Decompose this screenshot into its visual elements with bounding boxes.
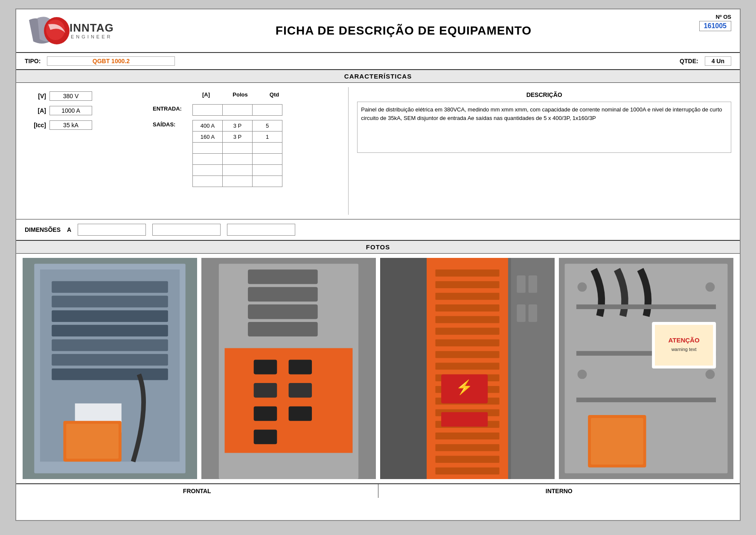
svg-rect-56 (529, 304, 537, 322)
dimensoes-row: DIMENSÕES A (16, 219, 740, 240)
saidas-a-5 (193, 165, 223, 176)
caracteristicas-header: CARACTERÍSTICAS (16, 70, 740, 83)
svg-text:⚡: ⚡ (456, 379, 473, 396)
svg-rect-40 (436, 339, 500, 346)
svg-rect-27 (289, 383, 312, 398)
saidas-a-1: 400 A (193, 120, 223, 132)
dimensoes-input-1[interactable] (78, 224, 146, 236)
dimensoes-input-3[interactable] (227, 224, 295, 236)
saidas-qtd-3 (253, 143, 282, 154)
entrada-a (193, 105, 223, 116)
svg-rect-25 (289, 360, 312, 374)
entrada-label: ENTRADA: (153, 105, 189, 112)
qtde-value: 4 Un (705, 56, 731, 66)
svg-rect-50 (436, 456, 500, 463)
svg-rect-24 (254, 360, 277, 374)
fotos-caption: FRONTAL INTERNO (16, 484, 740, 498)
entrada-saidas: [A] Polos Qtd ENTRADA: SAÍDAS: (144, 87, 340, 215)
tipo-label: TIPO: (25, 58, 41, 64)
saidas-row-1: 400 A 3 P 5 (193, 120, 282, 132)
entrada-table (192, 104, 282, 116)
svg-rect-12 (52, 354, 168, 365)
saidas-qtd-5 (253, 165, 282, 176)
svg-point-74 (706, 282, 715, 292)
svg-rect-35 (436, 281, 500, 288)
tipo-row: TIPO: QGBT 1000.2 QTDE: 4 Un (16, 53, 740, 70)
page: INNTAG ENGINEER FICHA DE DESCRIÇÃO DE EQ… (15, 9, 741, 521)
dimensoes-label: DIMENSÕES (25, 226, 61, 233)
entrada-polos (223, 105, 253, 116)
svg-rect-20 (248, 287, 318, 301)
svg-text:warning text: warning text (671, 347, 697, 352)
svg-rect-42 (436, 363, 500, 369)
header: INNTAG ENGINEER FICHA DE DESCRIÇÃO DE EQ… (16, 9, 740, 53)
svg-rect-51 (436, 468, 500, 474)
svg-rect-22 (248, 322, 318, 336)
saidas-polos-4 (223, 154, 253, 165)
spec-label-icc: [Icc] (25, 122, 46, 129)
saidas-qtd-2: 1 (253, 132, 282, 143)
col-header-polos: Polos (223, 91, 257, 98)
photo-frontal-2 (201, 258, 376, 479)
foto-3: ⚡ (380, 258, 555, 479)
saidas-label: SAÍDAS: (153, 121, 189, 128)
spec-row-v: [V] 380 V (25, 91, 144, 101)
svg-rect-37 (436, 304, 500, 311)
svg-rect-10 (52, 325, 168, 336)
svg-text:INNTAG: INNTAG (70, 21, 114, 34)
saidas-polos-3 (223, 143, 253, 154)
svg-point-72 (706, 370, 715, 379)
saidas-row-2: 160 A 3 P 1 (193, 132, 282, 143)
svg-rect-29 (289, 406, 312, 421)
entrada-qtd (253, 105, 282, 116)
col-header-a: [A] (189, 91, 223, 98)
svg-rect-21 (248, 304, 318, 319)
spec-value-a: 1000 A (49, 106, 92, 115)
photo-internal-1: ⚡ (380, 258, 555, 479)
dimensoes-input-2[interactable] (152, 224, 221, 236)
fotos-header: FOTOS (16, 240, 740, 254)
os-area: Nº OS 161005 (663, 14, 731, 48)
col-header-qtd: Qtd (257, 91, 291, 98)
descricao-header: DESCRIÇÃO (357, 91, 731, 98)
fotos-grid: ⚡ (16, 254, 740, 484)
tipo-value: QGBT 1000.2 (47, 56, 175, 66)
saidas-a-2: 160 A (193, 132, 223, 143)
descricao-area: DESCRIÇÃO Painel de distribuição elétric… (348, 87, 731, 215)
svg-rect-62 (576, 304, 716, 309)
saidas-polos-1: 3 P (223, 120, 253, 132)
svg-point-73 (578, 282, 587, 292)
svg-rect-7 (52, 281, 168, 293)
svg-rect-49 (436, 444, 500, 451)
photo-internal-2: ATENÇÃO warning text (559, 258, 733, 479)
page-title: FICHA DE DESCRIÇÃO DE EQUIPAMENTO (276, 24, 532, 38)
svg-rect-19 (248, 269, 318, 284)
svg-rect-16 (66, 424, 119, 459)
svg-rect-41 (436, 351, 500, 358)
svg-rect-66 (591, 418, 643, 465)
svg-rect-36 (436, 293, 500, 300)
saidas-polos-6 (223, 176, 253, 187)
caption-frontal: FRONTAL (16, 484, 378, 498)
svg-text:ENGINEER: ENGINEER (71, 34, 112, 39)
spec-label-v: [V] (25, 93, 46, 99)
svg-rect-53 (517, 275, 525, 293)
saidas-qtd-6 (253, 176, 282, 187)
logo-area: INNTAG ENGINEER (25, 14, 144, 48)
svg-rect-54 (529, 275, 537, 293)
title-area: FICHA DE DESCRIÇÃO DE EQUIPAMENTO (153, 14, 654, 48)
saidas-row-6 (193, 176, 282, 187)
svg-point-71 (578, 370, 587, 379)
saidas-table: 400 A 3 P 5 160 A 3 P 1 (192, 120, 282, 187)
col-headers-row: [A] Polos Qtd (189, 91, 340, 98)
svg-rect-38 (436, 316, 500, 323)
saidas-row-5 (193, 165, 282, 176)
entrada-section: ENTRADA: (153, 104, 340, 116)
svg-rect-59 (441, 412, 488, 427)
caracteristicas-content: [V] 380 V [A] 1000 A [Icc] 35 kA [A] Pol… (16, 83, 740, 219)
photo-frontal-1 (23, 258, 197, 479)
saidas-polos-2: 3 P (223, 132, 253, 143)
svg-rect-30 (254, 430, 277, 444)
os-label: Nº OS (715, 14, 731, 20)
spec-row-a: [A] 1000 A (25, 106, 144, 115)
